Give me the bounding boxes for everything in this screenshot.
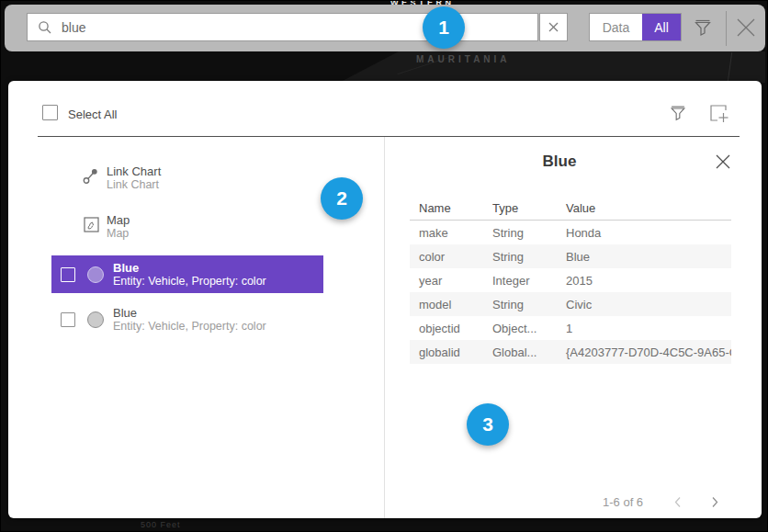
- result-subtitle: Entity: Vehicle, Property: color: [113, 275, 266, 289]
- cell-value: Blue: [557, 250, 731, 264]
- close-icon: [734, 16, 758, 40]
- toolbar-close-button[interactable]: [734, 16, 758, 40]
- select-all-label: Select All: [68, 108, 117, 121]
- app-window: WESTERN MAURITANIA 500 Feet Data All: [0, 0, 768, 532]
- result-title: Blue: [113, 306, 266, 320]
- result-map-title[interactable]: Map: [107, 213, 130, 227]
- cell-type: String: [483, 250, 557, 264]
- cell-value: 2015: [557, 274, 731, 288]
- search-results-panel: Select All Link Chart Link Cha: [8, 81, 762, 518]
- column-name: Name: [410, 201, 483, 215]
- table-row: model String Civic: [410, 292, 731, 316]
- filter-icon: [668, 103, 688, 123]
- filter-icon: [692, 17, 714, 39]
- cell-type: Object...: [483, 322, 557, 335]
- table-row: globalid Global... {A4203777-D70D-4C5C-9…: [410, 340, 731, 364]
- cell-type: String: [483, 298, 557, 311]
- cell-name: year: [410, 274, 483, 288]
- cell-name: make: [410, 226, 483, 240]
- clear-search-button[interactable]: [539, 13, 568, 41]
- clear-icon: [548, 21, 559, 33]
- cell-name: objectid: [410, 322, 483, 335]
- entity-circle-icon: [87, 266, 104, 283]
- result-subtitle: Entity: Vehicle, Property: color: [113, 320, 266, 334]
- column-type: Type: [483, 201, 557, 215]
- panel-filter-button[interactable]: [668, 103, 688, 123]
- scope-toggle: Data All: [589, 13, 682, 41]
- map-icon: [84, 217, 99, 236]
- cell-type: Integer: [483, 274, 557, 288]
- pagination-range: 1-6 of 6: [603, 495, 643, 509]
- pagination-next-button[interactable]: [708, 495, 721, 509]
- entity-circle-icon: [87, 311, 104, 328]
- select-all-checkbox[interactable]: [42, 105, 58, 120]
- table-row: make String Honda: [410, 221, 731, 244]
- cell-value: Honda: [557, 226, 731, 240]
- callout-badge-2: 2: [321, 177, 363, 220]
- cell-value: Civic: [557, 298, 731, 311]
- search-toolbar: Data All: [5, 5, 765, 51]
- column-value: Value: [557, 201, 731, 215]
- pagination-prev-button[interactable]: [672, 495, 684, 509]
- map-label-mauritania: MAURITANIA: [416, 54, 511, 64]
- table-row: color String Blue: [410, 244, 731, 268]
- toolbar-divider: [726, 11, 727, 46]
- table-row: objectid Object... 1: [410, 316, 731, 340]
- result-blue-selected[interactable]: Blue Entity: Vehicle, Property: color: [51, 255, 323, 293]
- cell-name: model: [410, 298, 483, 311]
- link-chart-icon: [83, 167, 99, 188]
- toolbar-filter-button[interactable]: [692, 17, 714, 39]
- cell-name: globalid: [410, 345, 483, 359]
- close-icon: [715, 153, 731, 170]
- cell-value: 1: [557, 322, 731, 335]
- chevron-right-icon: [708, 495, 721, 509]
- result-checkbox[interactable]: [61, 267, 75, 282]
- add-to-map-button[interactable]: [708, 103, 730, 123]
- result-link-chart-title[interactable]: Link Chart: [107, 164, 161, 178]
- scope-data-button[interactable]: Data: [590, 14, 642, 40]
- result-checkbox[interactable]: [61, 312, 75, 327]
- cell-name: color: [410, 250, 483, 264]
- map-landmass: [339, 51, 765, 83]
- detail-title: Blue: [394, 153, 725, 171]
- property-table: Name Type Value make String Honda color …: [410, 197, 731, 364]
- result-link-chart-subtitle: Link Chart: [107, 178, 159, 191]
- callout-badge-1: 1: [423, 6, 465, 49]
- cell-type: String: [483, 226, 557, 240]
- detail-close-button[interactable]: [715, 153, 731, 170]
- table-row: year Integer 2015: [410, 268, 731, 292]
- add-selection-icon: [708, 103, 730, 123]
- result-blue-unselected[interactable]: Blue Entity: Vehicle, Property: color: [51, 302, 323, 337]
- result-title: Blue: [113, 261, 266, 275]
- panel-column-divider: [384, 137, 385, 518]
- search-icon: [38, 20, 52, 35]
- cell-value: {A4203777-D70D-4C5C-9A65-C...: [557, 345, 731, 359]
- chevron-left-icon: [672, 495, 684, 509]
- callout-badge-3: 3: [467, 403, 509, 446]
- map-scale-label: 500 Feet: [141, 520, 181, 529]
- cell-type: Global...: [483, 345, 557, 359]
- panel-header-divider: [38, 136, 740, 137]
- scope-all-button[interactable]: All: [642, 14, 681, 40]
- property-table-header: Name Type Value: [410, 197, 731, 221]
- result-map-subtitle: Map: [107, 227, 129, 240]
